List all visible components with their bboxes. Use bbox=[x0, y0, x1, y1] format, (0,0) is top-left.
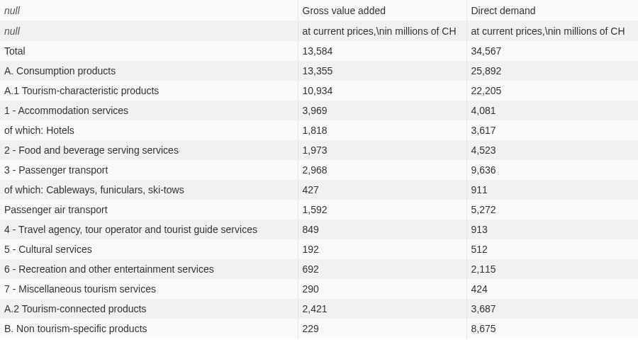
row-dd: 8,675 bbox=[466, 319, 638, 339]
table-row: of which: Hotels1,8183,617 bbox=[0, 120, 638, 140]
row-gva: 692 bbox=[298, 259, 466, 279]
row-label: of which: Cableways, funiculars, ski-tow… bbox=[0, 180, 298, 200]
row-gva: 13,355 bbox=[298, 61, 466, 81]
row-dd: 2,115 bbox=[466, 259, 638, 279]
header-row-1: null Gross value added Direct demand bbox=[0, 0, 638, 21]
row-gva: 1,973 bbox=[298, 140, 466, 160]
row-dd: 5,272 bbox=[466, 200, 638, 220]
header-cell-null: null bbox=[0, 0, 298, 21]
row-gva: 1,592 bbox=[298, 200, 466, 220]
table-row: 4 - Travel agency, tour operator and tou… bbox=[0, 220, 638, 239]
row-label: A. Consumption products bbox=[0, 61, 298, 81]
row-gva: 427 bbox=[298, 180, 466, 200]
row-gva: 3,969 bbox=[298, 101, 466, 120]
subheader-cell-dd: at current prices,\nin millions of CH bbox=[466, 21, 638, 41]
row-label: 3 - Passenger transport bbox=[0, 160, 298, 180]
row-label: A.1 Tourism-characteristic products bbox=[0, 81, 298, 101]
table-row: B. Non tourism-specific products2298,675 bbox=[0, 319, 638, 339]
row-gva: 13,584 bbox=[298, 41, 466, 61]
table-row: of which: Cableways, funiculars, ski-tow… bbox=[0, 180, 638, 200]
table-row: 7 - Miscellaneous tourism services290424 bbox=[0, 279, 638, 299]
row-dd: 512 bbox=[466, 239, 638, 259]
row-label: 2 - Food and beverage serving services bbox=[0, 140, 298, 160]
row-gva: 192 bbox=[298, 239, 466, 259]
row-dd: 911 bbox=[466, 180, 638, 200]
row-label: B. Non tourism-specific products bbox=[0, 319, 298, 339]
table-row: 6 - Recreation and other entertainment s… bbox=[0, 259, 638, 279]
row-dd: 4,081 bbox=[466, 101, 638, 120]
row-dd: 22,205 bbox=[466, 81, 638, 101]
table-row: Total13,58434,567 bbox=[0, 41, 638, 61]
row-dd: 9,636 bbox=[466, 160, 638, 180]
row-gva: 2,421 bbox=[298, 299, 466, 319]
row-dd: 913 bbox=[466, 220, 638, 239]
table-row: A.2 Tourism-connected products2,4213,687 bbox=[0, 299, 638, 319]
row-gva: 1,818 bbox=[298, 120, 466, 140]
row-label: 6 - Recreation and other entertainment s… bbox=[0, 259, 298, 279]
row-label: 4 - Travel agency, tour operator and tou… bbox=[0, 220, 298, 239]
row-gva: 10,934 bbox=[298, 81, 466, 101]
row-dd: 3,687 bbox=[466, 299, 638, 319]
subheader-cell-null: null bbox=[0, 21, 298, 41]
table-row: Passenger air transport1,5925,272 bbox=[0, 200, 638, 220]
table-row: A. Consumption products13,35525,892 bbox=[0, 61, 638, 81]
header-row-2: null at current prices,\nin millions of … bbox=[0, 21, 638, 41]
row-gva: 849 bbox=[298, 220, 466, 239]
table-row: 3 - Passenger transport2,9689,636 bbox=[0, 160, 638, 180]
row-label: Total bbox=[0, 41, 298, 61]
table-row: 2 - Food and beverage serving services1,… bbox=[0, 140, 638, 160]
row-gva: 2,968 bbox=[298, 160, 466, 180]
row-gva: 229 bbox=[298, 319, 466, 339]
row-label: Passenger air transport bbox=[0, 200, 298, 220]
row-dd: 4,523 bbox=[466, 140, 638, 160]
row-label: of which: Hotels bbox=[0, 120, 298, 140]
row-dd: 25,892 bbox=[466, 61, 638, 81]
table-row: 5 - Cultural services192512 bbox=[0, 239, 638, 259]
row-dd: 3,617 bbox=[466, 120, 638, 140]
data-table: null Gross value added Direct demand nul… bbox=[0, 0, 638, 339]
row-label: A.2 Tourism-connected products bbox=[0, 299, 298, 319]
header-cell-gva: Gross value added bbox=[298, 0, 466, 21]
table-body: null Gross value added Direct demand nul… bbox=[0, 0, 638, 339]
table-row: A.1 Tourism-characteristic products10,93… bbox=[0, 81, 638, 101]
header-cell-dd: Direct demand bbox=[466, 0, 638, 21]
row-label: 1 - Accommodation services bbox=[0, 101, 298, 120]
row-gva: 290 bbox=[298, 279, 466, 299]
subheader-cell-gva: at current prices,\nin millions of CH bbox=[298, 21, 466, 41]
row-label: 7 - Miscellaneous tourism services bbox=[0, 279, 298, 299]
table-row: 1 - Accommodation services3,9694,081 bbox=[0, 101, 638, 120]
row-dd: 34,567 bbox=[466, 41, 638, 61]
row-dd: 424 bbox=[466, 279, 638, 299]
row-label: 5 - Cultural services bbox=[0, 239, 298, 259]
